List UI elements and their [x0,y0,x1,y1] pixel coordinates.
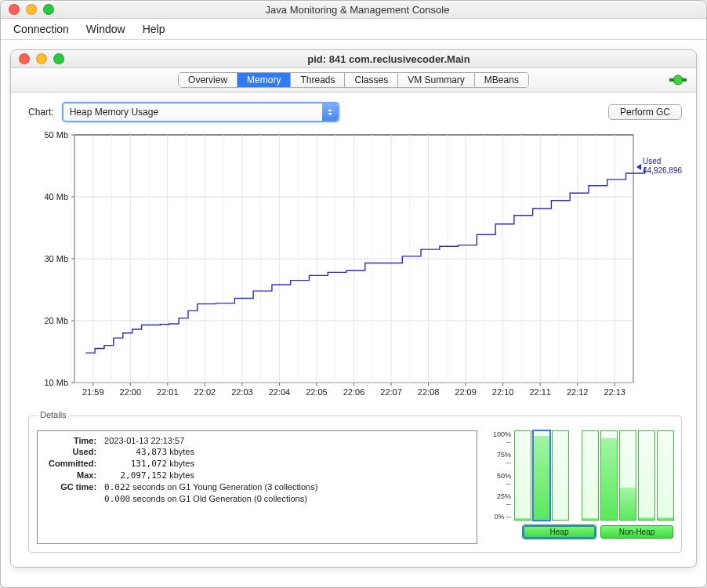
tab-segmented: Overview Memory Threads Classes VM Summa… [178,72,529,88]
svg-text:22:08: 22:08 [418,387,440,397]
svg-text:10 Mb: 10 Mb [44,378,68,387]
memory-chart: 10 Mb20 Mb30 Mb40 Mb50 Mb21:5922:0022:01… [31,130,674,405]
chart-label: Chart: [28,107,54,118]
tab-classes[interactable]: Classes [345,73,398,87]
svg-rect-2 [682,78,687,82]
chart-select-value: Heap Memory Usage [63,107,322,118]
zoom-icon[interactable] [53,53,64,64]
memory-pool-bar[interactable] [514,430,531,521]
svg-text:44,926,896: 44,926,896 [643,166,682,175]
svg-point-0 [673,75,683,85]
window-title: Java Monitoring & Management Console [71,4,644,16]
chevron-up-down-icon [322,103,338,121]
svg-text:22:10: 22:10 [492,387,514,397]
tab-vm-summary[interactable]: VM Summary [398,73,475,87]
svg-text:22:04: 22:04 [269,387,291,397]
bar-group [514,430,569,521]
bar-pct-axis: 100% --75% --50% --25% --0% -- [493,430,514,521]
close-icon[interactable] [19,53,30,64]
connection-status-icon [669,74,687,85]
svg-text:22:09: 22:09 [455,387,477,397]
close-icon[interactable] [9,4,20,15]
memory-pool-bar[interactable] [619,430,636,521]
inner-window-title: pid: 841 com.reclusivecoder.Main [82,53,696,65]
svg-text:22:06: 22:06 [343,387,365,397]
tab-threads[interactable]: Threads [291,73,345,87]
tab-mbeans[interactable]: MBeans [475,73,528,87]
connection-window: pid: 841 com.reclusivecoder.Main Overvie… [10,49,697,568]
memory-pool-bar[interactable] [533,430,550,521]
tab-overview[interactable]: Overview [179,73,237,87]
menu-connection[interactable]: Connection [5,20,77,38]
svg-text:22:11: 22:11 [529,387,551,397]
svg-text:22:00: 22:00 [120,387,142,397]
main-window: Java Monitoring & Management Console Con… [0,0,707,588]
svg-text:22:05: 22:05 [306,387,328,397]
memory-pool-bar[interactable] [657,430,674,521]
memory-pool-bar[interactable] [638,430,655,521]
svg-text:50 Mb: 50 Mb [44,130,68,140]
heap-button[interactable]: Heap [523,525,596,539]
svg-rect-1 [669,78,674,82]
tabbar: Overview Memory Threads Classes VM Summa… [11,68,696,93]
svg-text:22:07: 22:07 [380,387,402,397]
minimize-icon[interactable] [36,53,47,64]
memory-pool-bars: 100% --75% --50% --25% --0% -- Heap Non-… [493,430,673,544]
memory-pool-bar[interactable] [582,430,599,521]
svg-text:20 Mb: 20 Mb [44,316,68,325]
svg-text:22:13: 22:13 [604,387,625,397]
menubar: Connection Window Help [1,19,706,40]
bar-group [582,430,674,521]
memory-pool-bar[interactable] [552,430,569,521]
zoom-icon[interactable] [43,4,54,15]
menu-window[interactable]: Window [78,20,133,38]
memory-pool-bar[interactable] [600,430,618,521]
svg-text:30 Mb: 30 Mb [44,254,68,263]
svg-text:Used: Used [643,157,661,165]
svg-text:22:03: 22:03 [231,387,253,397]
svg-marker-79 [636,164,641,170]
svg-text:40 Mb: 40 Mb [44,192,68,201]
details-text: Time:2023-01-13 22:13:57 Used:43,873 kby… [37,430,477,544]
details-panel: Details Time:2023-01-13 22:13:57 Used:43… [28,416,682,553]
titlebar[interactable]: Java Monitoring & Management Console [1,1,706,19]
menu-help[interactable]: Help [135,20,173,38]
chart-select[interactable]: Heap Memory Usage [62,102,339,122]
svg-text:22:01: 22:01 [157,387,179,397]
minimize-icon[interactable] [26,4,37,15]
details-legend: Details [37,410,70,419]
svg-text:22:12: 22:12 [567,387,589,397]
perform-gc-button[interactable]: Perform GC [608,104,682,120]
tab-memory[interactable]: Memory [237,73,291,87]
svg-text:21:59: 21:59 [82,387,104,397]
non-heap-button[interactable]: Non-Heap [600,525,673,539]
inner-titlebar[interactable]: pid: 841 com.reclusivecoder.Main [11,50,696,68]
svg-text:22:02: 22:02 [194,387,216,397]
